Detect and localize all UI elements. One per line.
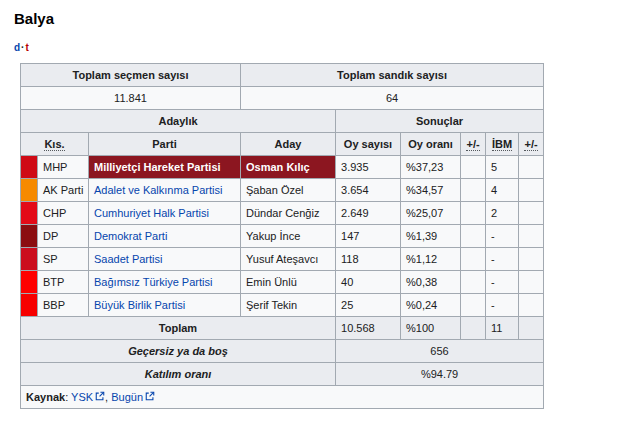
invalid-votes-row: Geçersiz ya da boş 656 [21,340,544,363]
party-color-swatch [21,202,38,225]
change2-cell [519,156,544,179]
share-cell: %37,23 [401,156,461,179]
total-change1-cell [461,317,486,340]
votes-cell: 40 [336,271,401,294]
source-link-ysk[interactable]: YSK [71,391,93,403]
election-results-table: Toplam seçmen sayısı Toplam sandık sayıs… [20,63,544,409]
candidate-cell: Yusuf Ateşavcı [241,248,336,271]
seats-cell: - [486,248,519,271]
change1-column-header: +/- [461,133,486,156]
candidate-cell: Yakup İnce [241,225,336,248]
party-name-cell: Bağımsız Türkiye Partisi [89,271,241,294]
party-color-swatch [21,271,38,294]
change2-cell [519,294,544,317]
abbr-header-label: Kıs. [44,138,64,151]
source-cell: Kaynak: YSK, Bugün [21,386,544,409]
candidate-cell: Dündar Cenğiz [241,202,336,225]
change1-header-label: +/- [466,138,479,151]
source-label: Kaynak [26,391,65,403]
external-link-icon [145,389,155,405]
external-link-icon [95,389,105,405]
votes-cell: 3.654 [336,179,401,202]
party-link[interactable]: Milliyetçi Hareket Partisi [94,161,221,173]
seats-header-label: İBM [492,138,512,151]
votes-cell: 25 [336,294,401,317]
share-cell: %25,07 [401,202,461,225]
party-link[interactable]: Demokrat Parti [94,230,167,242]
party-name-cell: Adalet ve Kalkınma Partisi [89,179,241,202]
party-row-dp: DP Demokrat Parti Yakup İnce 147 %1,39 - [21,225,544,248]
party-row-chp: CHP Cumhuriyet Halk Partisi Dündar Cenği… [21,202,544,225]
change1-cell [461,202,486,225]
party-link[interactable]: Cumhuriyet Halk Partisi [94,207,209,219]
article-page: Balya d·t Toplam seçmen sayısı Toplam sa… [0,0,620,409]
top-values-row: 11.841 64 [21,87,544,110]
change2-cell [519,225,544,248]
candidate-cell: Şerif Tekin [241,294,336,317]
party-abbr-cell: SP [38,248,89,271]
total-label: Toplam [21,317,336,340]
candidate-cell: Emin Ünlü [241,271,336,294]
party-abbr-cell: DP [38,225,89,248]
party-name-cell: Saadet Partisi [89,248,241,271]
share-cell: %0,38 [401,271,461,294]
party-link[interactable]: Bağımsız Türkiye Partisi [94,276,212,288]
template-links: d·t [14,42,620,53]
share-column-header: Oy oranı [401,133,461,156]
page-title: Balya [14,10,620,27]
party-abbr-cell: BBP [38,294,89,317]
change2-cell [519,271,544,294]
total-voters-value: 11.841 [21,87,241,110]
votes-cell: 2.649 [336,202,401,225]
total-votes-cell: 10.568 [336,317,401,340]
group-header-row: Adaylık Sonuçlar [21,110,544,133]
abbr-column-header: Kıs. [21,133,89,156]
party-color-swatch [21,156,38,179]
candidate-column-header: Aday [241,133,336,156]
party-link[interactable]: Adalet ve Kalkınma Partisi [94,184,222,196]
seats-cell: - [486,271,519,294]
party-row-bbp: BBP Büyük Birlik Partisi Şerif Tekin 25 … [21,294,544,317]
change1-cell [461,179,486,202]
source-link-bugun[interactable]: Bugün [111,391,143,403]
total-voters-header: Toplam seçmen sayısı [21,64,241,87]
votes-cell: 147 [336,225,401,248]
seats-column-header: İBM [486,133,519,156]
party-color-swatch [21,248,38,271]
total-share-cell: %100 [401,317,461,340]
change1-cell [461,294,486,317]
results-group-header: Sonuçlar [336,110,544,133]
change2-cell [519,248,544,271]
seats-cell: 4 [486,179,519,202]
party-color-swatch [21,294,38,317]
votes-cell: 3.935 [336,156,401,179]
change1-cell [461,248,486,271]
share-cell: %1,39 [401,225,461,248]
party-abbr-cell: CHP [38,202,89,225]
party-name-cell: Cumhuriyet Halk Partisi [89,202,241,225]
party-name-cell: Demokrat Parti [89,225,241,248]
total-ballot-boxes-header: Toplam sandık sayısı [241,64,544,87]
party-link[interactable]: Saadet Partisi [94,253,162,265]
party-column-header: Parti [89,133,241,156]
invalid-votes-value: 656 [336,340,544,363]
seats-cell: 2 [486,202,519,225]
template-talk-link[interactable]: t [25,42,28,53]
share-cell: %34,57 [401,179,461,202]
column-header-row: Kıs. Parti Aday Oy sayısı Oy oranı +/- İ… [21,133,544,156]
total-seats-cell: 11 [486,317,519,340]
party-row-mhp: MHP Milliyetçi Hareket Partisi Osman Kıl… [21,156,544,179]
source-row: Kaynak: YSK, Bugün [21,386,544,409]
party-color-swatch [21,179,38,202]
change2-cell [519,202,544,225]
party-link[interactable]: Büyük Birlik Partisi [94,299,185,311]
candidate-cell: Osman Kılıç [241,156,336,179]
seats-cell: - [486,225,519,248]
change1-cell [461,156,486,179]
seats-cell: 5 [486,156,519,179]
seats-cell: - [486,294,519,317]
share-cell: %0,24 [401,294,461,317]
party-name-cell: Milliyetçi Hareket Partisi [89,156,241,179]
turnout-label: Katılım oranı [21,363,336,386]
party-color-swatch [21,225,38,248]
